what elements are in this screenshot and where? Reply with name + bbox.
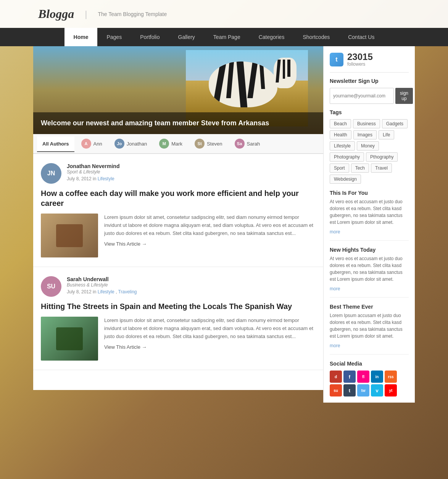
social-icon-flickr[interactable]: fl xyxy=(357,371,369,383)
sidebar-article-more-1[interactable]: more xyxy=(330,229,340,235)
article-date-2: July 8, 2012 xyxy=(67,289,92,295)
nav-pages[interactable]: Pages xyxy=(97,28,131,46)
article-read-more-1[interactable]: View This Article → xyxy=(104,241,316,247)
sidebar-article-text-1: At vero eos et accusam et justo duo dolo… xyxy=(330,198,409,226)
article-card-1: JN Jonathan Nevermind Sport & Lifestyle … xyxy=(33,154,323,267)
social-icon-rss[interactable]: rss xyxy=(385,371,397,383)
tags-title: Tags xyxy=(330,109,409,115)
avatar-initials-ann: A xyxy=(81,139,91,149)
article-excerpt-area-1: Lorem ipsum dolor sit amet, consetetur s… xyxy=(104,214,316,257)
author-avatar-steven: St xyxy=(195,139,205,149)
article-category-1[interactable]: Lifestyle xyxy=(98,176,114,181)
nav-shortcodes[interactable]: Shortcodes xyxy=(293,28,339,46)
tag-webdesign[interactable]: Webdesign xyxy=(330,175,361,184)
author-filter-sarah[interactable]: Sa Sarah xyxy=(229,134,266,154)
tag-travel[interactable]: Travel xyxy=(371,163,392,173)
social-icon-stumbleupon[interactable]: su xyxy=(330,384,342,396)
author-name-sarah: Sarah xyxy=(247,141,260,147)
tag-health[interactable]: Health xyxy=(330,130,351,139)
social-icon-twitter[interactable]: tw xyxy=(357,384,369,396)
hero-image: Welcome our newest and amazing team memb… xyxy=(33,46,323,134)
sidebar-article-title-2: New Hights Today xyxy=(330,247,409,253)
social-icon-digg[interactable]: d xyxy=(330,371,342,383)
article-body-1: Lorem ipsum dolor sit amet, consetetur s… xyxy=(41,214,316,257)
page-wrapper: Welcome our newest and amazing team memb… xyxy=(33,46,415,403)
nav-gallery[interactable]: Gallery xyxy=(169,28,204,46)
content-area: Welcome our newest and amazing team memb… xyxy=(33,46,415,403)
article-author-name-1: Jonathan Nevermind xyxy=(67,163,316,169)
avatar-initials-sarah: Sa xyxy=(235,139,245,149)
nav-home[interactable]: Home xyxy=(64,28,98,46)
article-thumb-2 xyxy=(41,317,98,361)
sidebar-article-3: Best Theme Ever Lorem Ipsum accusam et j… xyxy=(330,304,409,354)
tag-images[interactable]: Images xyxy=(353,130,377,139)
article-category-2b[interactable]: Traveling xyxy=(118,289,137,295)
social-icon-facebook[interactable]: f xyxy=(343,371,356,383)
nav-team-page[interactable]: Team Page xyxy=(204,28,250,46)
author-avatar-ann: A xyxy=(81,139,91,149)
article-author-avatar-1: JN xyxy=(41,163,61,184)
sidebar-article-title-1: This Is For You xyxy=(330,190,409,196)
nav-portfolio[interactable]: Portfolio xyxy=(131,28,169,46)
sidebar-article-2: New Hights Today At vero eos et accusam … xyxy=(330,247,409,298)
nav-contact[interactable]: Contact Us xyxy=(339,28,384,46)
twitter-stats: 23015 followers xyxy=(347,52,373,67)
author-name-steven: Steven xyxy=(207,141,222,147)
site-tagline: The Team Blogging Template xyxy=(98,11,167,17)
social-icon-vimeo[interactable]: v xyxy=(371,384,383,396)
tag-sport[interactable]: Sport xyxy=(330,163,349,173)
newsletter-input[interactable] xyxy=(330,88,394,104)
article-category-2a[interactable]: Lifestyle xyxy=(98,289,114,295)
article-excerpt-1: Lorem ipsum dolor sit amet, consetetur s… xyxy=(104,214,316,237)
tag-tech[interactable]: Tech xyxy=(351,163,369,173)
article-excerpt-area-2: Lorem ipsum dolor sit amet, consetetur s… xyxy=(104,317,316,361)
article-author-sub-1: Sport & Lifestyle xyxy=(67,169,316,175)
author-filter-all[interactable]: All Authors xyxy=(37,136,74,152)
tag-business[interactable]: Business xyxy=(353,119,380,128)
tag-gadgets[interactable]: Gadgets xyxy=(382,119,408,128)
tag-beach[interactable]: Beach xyxy=(330,119,351,128)
article-title-1: How a coffee each day will make you work… xyxy=(41,188,316,208)
tag-photography[interactable]: Photography xyxy=(330,152,364,162)
author-filter-ann[interactable]: A Ann xyxy=(76,134,108,154)
article-author-name-2: Sarah Underwall xyxy=(67,276,316,282)
twitter-label: followers xyxy=(347,61,373,67)
article-title-2: Hitting The Streets in Spain and Meeting… xyxy=(41,301,316,311)
author-filter-steven[interactable]: St Steven xyxy=(189,134,227,154)
article-author-sub-2: Business & Lifestyle xyxy=(67,282,316,288)
sidebar-article-more-3[interactable]: more xyxy=(330,343,340,348)
nav-categories[interactable]: Categories xyxy=(250,28,294,46)
article-body-2: Lorem ipsum dolor sit amet, consetetur s… xyxy=(41,317,316,361)
author-avatar-mark: M xyxy=(159,139,169,149)
author-filter-mark[interactable]: M Mark xyxy=(154,134,188,154)
author-name-jonathan: Jonathan xyxy=(127,141,147,147)
logo-divider: | xyxy=(85,9,87,19)
sidebar-article-title-3: Best Theme Ever xyxy=(330,304,409,310)
sidebar-article-text-3: Lorem Ipsum accusam et justo duo dolores… xyxy=(330,312,409,340)
social-icon-youtube[interactable]: yt xyxy=(385,384,397,396)
sidebar-article-more-2[interactable]: more xyxy=(330,286,340,291)
avatar-initials-jonathan: Jo xyxy=(114,139,124,149)
main-column: Welcome our newest and amazing team memb… xyxy=(33,46,323,390)
article-thumb-1 xyxy=(41,214,98,257)
article-read-more-2[interactable]: View This Article → xyxy=(104,344,316,350)
article-author-row-2: SU Sarah Underwall Business & Lifestyle … xyxy=(41,276,316,297)
article-date-1: July 8, 2012 xyxy=(67,176,92,181)
tag-lifestyle[interactable]: Lifestyle xyxy=(330,141,355,150)
tag-money[interactable]: Money xyxy=(357,141,379,150)
author-name-mark: Mark xyxy=(171,141,182,147)
author-avatar-sarah: Sa xyxy=(235,139,245,149)
social-icon-tumblr[interactable]: t xyxy=(343,384,356,396)
tag-life[interactable]: Life xyxy=(379,130,394,139)
author-filter-jonathan[interactable]: Jo Jonathan xyxy=(109,134,153,154)
sidebar: t 23015 followers Newsletter Sign Up sig… xyxy=(323,46,415,403)
social-icon-linkedin[interactable]: in xyxy=(371,371,383,383)
all-authors-label: All Authors xyxy=(42,141,69,147)
newsletter-button[interactable]: sign up xyxy=(395,88,413,104)
article-author-avatar-2: SU xyxy=(41,276,61,297)
social-title: Social Media xyxy=(330,361,409,367)
tag-pthography[interactable]: Pthography xyxy=(366,152,398,162)
article-card-2: SU Sarah Underwall Business & Lifestyle … xyxy=(33,267,323,370)
avatar-initials-mark: M xyxy=(159,139,169,149)
twitter-icon: t xyxy=(330,53,343,66)
